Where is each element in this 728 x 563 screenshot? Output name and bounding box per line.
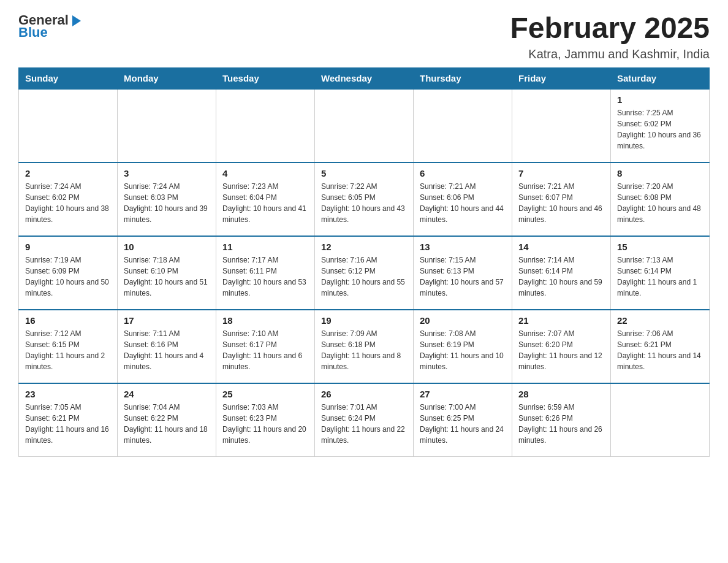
location-text: Katra, Jammu and Kashmir, India xyxy=(510,47,710,61)
calendar-week-row: 16Sunrise: 7:12 AM Sunset: 6:15 PM Dayli… xyxy=(19,310,710,383)
calendar-cell: 6Sunrise: 7:21 AM Sunset: 6:06 PM Daylig… xyxy=(414,163,512,236)
calendar-week-row: 9Sunrise: 7:19 AM Sunset: 6:09 PM Daylig… xyxy=(19,236,710,310)
calendar-cell xyxy=(414,89,512,163)
day-number: 8 xyxy=(617,168,703,178)
day-info: Sunrise: 7:21 AM Sunset: 6:07 PM Dayligh… xyxy=(518,181,604,225)
day-number: 28 xyxy=(518,389,604,399)
day-info: Sunrise: 7:11 AM Sunset: 6:16 PM Dayligh… xyxy=(124,328,210,372)
logo-arrow-icon xyxy=(70,14,83,28)
calendar-cell xyxy=(216,89,315,163)
calendar-cell: 13Sunrise: 7:15 AM Sunset: 6:13 PM Dayli… xyxy=(414,236,512,310)
day-info: Sunrise: 7:13 AM Sunset: 6:14 PM Dayligh… xyxy=(617,255,703,299)
title-section: February 2025 Katra, Jammu and Kashmir, … xyxy=(510,12,710,61)
calendar-cell: 3Sunrise: 7:24 AM Sunset: 6:03 PM Daylig… xyxy=(118,163,216,236)
calendar-cell: 14Sunrise: 7:14 AM Sunset: 6:14 PM Dayli… xyxy=(512,236,611,310)
day-info: Sunrise: 7:24 AM Sunset: 6:02 PM Dayligh… xyxy=(25,181,111,225)
day-number: 24 xyxy=(124,389,210,399)
day-number: 12 xyxy=(321,242,407,252)
day-number: 13 xyxy=(420,242,506,252)
day-number: 26 xyxy=(321,389,407,399)
calendar-cell: 8Sunrise: 7:20 AM Sunset: 6:08 PM Daylig… xyxy=(611,163,710,236)
day-info: Sunrise: 7:04 AM Sunset: 6:22 PM Dayligh… xyxy=(124,402,210,446)
calendar-cell: 9Sunrise: 7:19 AM Sunset: 6:09 PM Daylig… xyxy=(19,236,118,310)
calendar-cell xyxy=(118,89,216,163)
day-info: Sunrise: 7:14 AM Sunset: 6:14 PM Dayligh… xyxy=(518,255,604,299)
day-number: 15 xyxy=(617,242,703,252)
calendar-cell: 18Sunrise: 7:10 AM Sunset: 6:17 PM Dayli… xyxy=(216,310,315,383)
calendar-week-row: 23Sunrise: 7:05 AM Sunset: 6:21 PM Dayli… xyxy=(19,383,710,457)
calendar-cell: 23Sunrise: 7:05 AM Sunset: 6:21 PM Dayli… xyxy=(19,383,118,457)
svg-marker-0 xyxy=(72,15,81,26)
day-number: 10 xyxy=(124,242,210,252)
day-info: Sunrise: 7:03 AM Sunset: 6:23 PM Dayligh… xyxy=(222,402,308,446)
calendar-cell xyxy=(19,89,118,163)
calendar-cell xyxy=(512,89,611,163)
day-of-week-header: Monday xyxy=(118,67,216,89)
calendar-cell: 22Sunrise: 7:06 AM Sunset: 6:21 PM Dayli… xyxy=(611,310,710,383)
day-of-week-header: Thursday xyxy=(414,67,512,89)
logo-blue-text: Blue xyxy=(18,25,48,40)
day-number: 19 xyxy=(321,315,407,326)
day-info: Sunrise: 6:59 AM Sunset: 6:26 PM Dayligh… xyxy=(518,402,604,446)
calendar-cell: 10Sunrise: 7:18 AM Sunset: 6:10 PM Dayli… xyxy=(118,236,216,310)
calendar-cell: 26Sunrise: 7:01 AM Sunset: 6:24 PM Dayli… xyxy=(315,383,414,457)
day-info: Sunrise: 7:17 AM Sunset: 6:11 PM Dayligh… xyxy=(222,255,308,299)
day-number: 5 xyxy=(321,168,407,178)
day-info: Sunrise: 7:25 AM Sunset: 6:02 PM Dayligh… xyxy=(617,107,703,151)
day-number: 4 xyxy=(222,168,308,178)
calendar-week-row: 1Sunrise: 7:25 AM Sunset: 6:02 PM Daylig… xyxy=(19,89,710,163)
month-title: February 2025 xyxy=(510,12,710,45)
day-info: Sunrise: 7:08 AM Sunset: 6:19 PM Dayligh… xyxy=(420,328,506,372)
logo: General Blue xyxy=(18,12,83,40)
day-info: Sunrise: 7:23 AM Sunset: 6:04 PM Dayligh… xyxy=(222,181,308,225)
calendar-cell: 15Sunrise: 7:13 AM Sunset: 6:14 PM Dayli… xyxy=(611,236,710,310)
day-of-week-header: Saturday xyxy=(611,67,710,89)
calendar-cell: 7Sunrise: 7:21 AM Sunset: 6:07 PM Daylig… xyxy=(512,163,611,236)
day-number: 23 xyxy=(25,389,111,399)
calendar-cell: 19Sunrise: 7:09 AM Sunset: 6:18 PM Dayli… xyxy=(315,310,414,383)
day-number: 14 xyxy=(518,242,604,252)
day-of-week-header: Friday xyxy=(512,67,611,89)
day-number: 2 xyxy=(25,168,111,178)
calendar-cell: 2Sunrise: 7:24 AM Sunset: 6:02 PM Daylig… xyxy=(19,163,118,236)
day-of-week-header: Wednesday xyxy=(315,67,414,89)
calendar-cell: 20Sunrise: 7:08 AM Sunset: 6:19 PM Dayli… xyxy=(414,310,512,383)
day-info: Sunrise: 7:22 AM Sunset: 6:05 PM Dayligh… xyxy=(321,181,407,225)
calendar-week-row: 2Sunrise: 7:24 AM Sunset: 6:02 PM Daylig… xyxy=(19,163,710,236)
day-number: 18 xyxy=(222,315,308,326)
day-number: 25 xyxy=(222,389,308,399)
calendar-cell: 27Sunrise: 7:00 AM Sunset: 6:25 PM Dayli… xyxy=(414,383,512,457)
calendar-cell: 11Sunrise: 7:17 AM Sunset: 6:11 PM Dayli… xyxy=(216,236,315,310)
day-number: 7 xyxy=(518,168,604,178)
day-info: Sunrise: 7:19 AM Sunset: 6:09 PM Dayligh… xyxy=(25,255,111,299)
day-number: 21 xyxy=(518,315,604,326)
day-info: Sunrise: 7:16 AM Sunset: 6:12 PM Dayligh… xyxy=(321,255,407,299)
calendar-table: SundayMondayTuesdayWednesdayThursdayFrid… xyxy=(18,67,710,458)
calendar-cell: 12Sunrise: 7:16 AM Sunset: 6:12 PM Dayli… xyxy=(315,236,414,310)
calendar-cell xyxy=(315,89,414,163)
day-of-week-header: Tuesday xyxy=(216,67,315,89)
day-info: Sunrise: 7:06 AM Sunset: 6:21 PM Dayligh… xyxy=(617,328,703,372)
day-info: Sunrise: 7:20 AM Sunset: 6:08 PM Dayligh… xyxy=(617,181,703,225)
day-number: 1 xyxy=(617,94,703,105)
calendar-header-row: SundayMondayTuesdayWednesdayThursdayFrid… xyxy=(19,67,710,89)
day-info: Sunrise: 7:15 AM Sunset: 6:13 PM Dayligh… xyxy=(420,255,506,299)
calendar-cell: 1Sunrise: 7:25 AM Sunset: 6:02 PM Daylig… xyxy=(611,89,710,163)
day-number: 6 xyxy=(420,168,506,178)
day-number: 3 xyxy=(124,168,210,178)
day-number: 16 xyxy=(25,315,111,326)
day-info: Sunrise: 7:24 AM Sunset: 6:03 PM Dayligh… xyxy=(124,181,210,225)
day-info: Sunrise: 7:01 AM Sunset: 6:24 PM Dayligh… xyxy=(321,402,407,446)
page-header: General Blue February 2025 Katra, Jammu … xyxy=(18,12,710,61)
day-info: Sunrise: 7:09 AM Sunset: 6:18 PM Dayligh… xyxy=(321,328,407,372)
day-number: 20 xyxy=(420,315,506,326)
calendar-cell xyxy=(611,383,710,457)
day-info: Sunrise: 7:10 AM Sunset: 6:17 PM Dayligh… xyxy=(222,328,308,372)
calendar-cell: 16Sunrise: 7:12 AM Sunset: 6:15 PM Dayli… xyxy=(19,310,118,383)
day-number: 22 xyxy=(617,315,703,326)
calendar-cell: 5Sunrise: 7:22 AM Sunset: 6:05 PM Daylig… xyxy=(315,163,414,236)
day-number: 11 xyxy=(222,242,308,252)
day-info: Sunrise: 7:07 AM Sunset: 6:20 PM Dayligh… xyxy=(518,328,604,372)
calendar-cell: 17Sunrise: 7:11 AM Sunset: 6:16 PM Dayli… xyxy=(118,310,216,383)
calendar-cell: 4Sunrise: 7:23 AM Sunset: 6:04 PM Daylig… xyxy=(216,163,315,236)
